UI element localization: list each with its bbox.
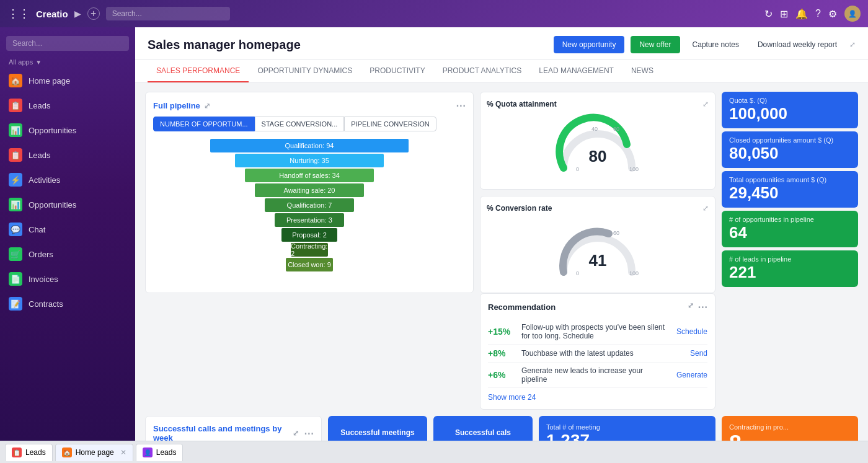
rec-action-0[interactable]: Schedule xyxy=(676,327,707,336)
download-report-button[interactable]: Download weekly report xyxy=(751,36,843,53)
funnel-tab-number[interactable]: NUMBER OF OPPORTUM... xyxy=(153,117,255,131)
apps-icon[interactable]: ⊞ xyxy=(780,8,788,20)
sidebar-item-activities[interactable]: ⚡ Activities xyxy=(0,167,135,192)
sidebar-item-invoices[interactable]: 📄 Invoices xyxy=(0,267,135,291)
funnel-bar-1: Nurturing: 35 xyxy=(235,154,384,167)
refresh-icon[interactable]: ↻ xyxy=(764,8,773,20)
recommendation-panel: Recommendation ⤢ ⋯ +15% Follow-up with p… xyxy=(480,293,715,410)
bottom-tab-leads2-label: Leads xyxy=(156,448,177,457)
bottom-tab-bar: 📋 Leads 🏠 Home page ✕ 👤 Leads xyxy=(0,441,868,463)
funnel-chart: Qualification: 94Nurturing: 35Handoff of… xyxy=(153,136,466,274)
quota-value: 80 xyxy=(589,147,607,165)
tab-news[interactable]: NEWS xyxy=(622,60,662,82)
quota-gauge: 0 40 60 100 80 xyxy=(551,112,644,174)
help-icon[interactable]: ? xyxy=(815,8,821,19)
funnel-expand-icon[interactable]: ⤢ xyxy=(204,102,210,110)
bottom-tab-leads[interactable]: 📋 Leads xyxy=(5,444,53,461)
funnel-tab-stage[interactable]: STAGE CONVERSION... xyxy=(255,117,345,131)
rec-text-2: Generate new leads to increase your pipe… xyxy=(521,366,670,384)
stat-total-opps: Total opportunities amount $ (Q) 29,450 xyxy=(722,171,858,208)
bottom-leads2-icon: 👤 xyxy=(143,448,153,457)
contracting-value: 8 xyxy=(729,431,851,441)
chart-expand-icon[interactable]: ⤢ xyxy=(293,429,299,438)
settings-icon[interactable]: ⚙ xyxy=(828,8,837,20)
forward-icon[interactable]: ▶ xyxy=(74,9,81,19)
conversion-title: % Conversion rate xyxy=(487,204,552,213)
funnel-menu-icon[interactable]: ⋯ xyxy=(456,100,466,112)
tab-sales-performance[interactable]: SALES PERFORMANCE xyxy=(148,60,249,82)
new-offer-button[interactable]: New offer xyxy=(631,36,680,53)
tab-productivity[interactable]: PRODUCTIVITY xyxy=(361,60,433,82)
calls-title: Successful cals xyxy=(455,428,511,437)
quota-title: % Quota attainment xyxy=(487,100,557,108)
funnel-tabs: NUMBER OF OPPORTUM... STAGE CONVERSION..… xyxy=(153,117,466,131)
bottom-home-icon: 🏠 xyxy=(62,448,72,457)
opps2-icon: 📊 xyxy=(9,198,22,211)
stat-leads-pipeline: # of leads in pipeline 221 xyxy=(722,250,858,287)
total-meetings-value: 1 237 xyxy=(546,431,708,441)
bottom-tab-homepage[interactable]: 🏠 Home page ✕ xyxy=(55,444,133,461)
capture-notes-button[interactable]: Capture notes xyxy=(686,36,745,53)
tabs-bar: SALES PERFORMANCE OPPORTUNITY DYNAMICS P… xyxy=(135,60,868,83)
sidebar-item-homepage[interactable]: 🏠 Home page xyxy=(0,68,135,93)
opps1-icon: 📊 xyxy=(9,123,22,137)
svg-text:0: 0 xyxy=(576,166,579,172)
funnel-bar-8: Closed won: 9 xyxy=(286,258,334,271)
bottom-tab-homepage-label: Home page xyxy=(76,448,114,457)
bottom-tab-leads2[interactable]: 👤 Leads xyxy=(136,444,184,461)
funnel-bar-2: Handoff of sales: 34 xyxy=(245,169,374,182)
rec-action-2[interactable]: Generate xyxy=(676,371,707,379)
invoices-icon: 📄 xyxy=(9,272,22,286)
funnel-bar-6: Proposal: 2 xyxy=(281,228,337,242)
close-homepage-tab[interactable]: ✕ xyxy=(120,448,126,457)
rec-menu-icon[interactable]: ⋯ xyxy=(698,301,707,313)
bottom-leads-icon: 📋 xyxy=(12,448,22,457)
tab-lead-management[interactable]: LEAD MANAGEMENT xyxy=(530,60,622,82)
sidebar-item-opportunities2[interactable]: 📊 Opportunities xyxy=(0,192,135,217)
leads1-icon: 📋 xyxy=(9,99,22,112)
bell-icon[interactable]: 🔔 xyxy=(795,8,808,20)
sidebar-item-opportunities1[interactable]: 📊 Opportunities xyxy=(0,118,135,143)
leads2-icon: 📋 xyxy=(9,148,22,162)
chart-menu-icon[interactable]: ⋯ xyxy=(304,428,314,439)
funnel-panel: Full pipeline ⤢ ⋯ NUMBER OF OPPORTUM... … xyxy=(145,92,474,293)
stat-quota-value: 100,000 xyxy=(729,104,851,123)
new-opportunity-button[interactable]: New opportunity xyxy=(554,36,625,53)
sidebar-item-label: Home page xyxy=(29,76,70,86)
svg-text:100: 100 xyxy=(629,166,639,172)
funnel-tab-pipeline[interactable]: PIPELINE CONVERSION xyxy=(344,117,436,131)
sidebar: All apps ▼ 🏠 Home page 📋 Leads 📊 Opportu… xyxy=(0,27,135,441)
sidebar-item-contracts[interactable]: 📝 Contracts xyxy=(0,291,135,316)
sidebar-section-label: All apps ▼ xyxy=(0,56,135,68)
right-stats: Quota $. (Q) 100,000 Closed opportunitie… xyxy=(722,92,858,287)
page-header: Sales manager homepage New opportunity N… xyxy=(135,27,868,60)
sidebar-item-chat[interactable]: 💬 Chat xyxy=(0,217,135,242)
funnel-bar-0: Qualification: 94 xyxy=(210,139,409,152)
top-search-input[interactable] xyxy=(106,7,230,20)
expand-icon[interactable]: ⤢ xyxy=(849,40,856,49)
rec-expand-icon[interactable]: ⤢ xyxy=(688,301,694,313)
sidebar-item-label: Orders xyxy=(29,250,53,259)
sidebar-item-label: Activities xyxy=(29,175,60,185)
sidebar-item-orders[interactable]: 🛒 Orders xyxy=(0,242,135,267)
stat-quota-label: Quota $. (Q) xyxy=(729,97,851,104)
conversion-expand-icon[interactable]: ⤢ xyxy=(702,204,709,213)
successful-meetings-panel: Successful meetings 89% xyxy=(328,416,427,441)
top-bar: ⋮⋮ Creatio ▶ + ↻ ⊞ 🔔 ? ⚙ 👤 xyxy=(0,0,868,27)
svg-text:100: 100 xyxy=(629,270,639,276)
sidebar-item-leads1[interactable]: 📋 Leads xyxy=(0,93,135,118)
sidebar-item-leads2[interactable]: 📋 Leads xyxy=(0,143,135,167)
stat-opps-pipeline: # of opportunities in pipeline 64 xyxy=(722,211,858,247)
rec-action-1[interactable]: Send xyxy=(690,349,707,358)
tab-product-analytics[interactable]: PRODUCT ANALYTICS xyxy=(434,60,531,82)
sidebar-search-input[interactable] xyxy=(6,36,129,51)
quota-expand-icon[interactable]: ⤢ xyxy=(702,100,709,108)
rec-row-0: +15% Follow-up with prospects you've bee… xyxy=(488,319,707,345)
grid-icon[interactable]: ⋮⋮ xyxy=(7,7,30,20)
tab-opportunity-dynamics[interactable]: OPPORTUNITY DYNAMICS xyxy=(249,60,361,82)
add-icon[interactable]: + xyxy=(87,7,100,20)
show-more-button[interactable]: Show more 24 xyxy=(488,393,707,402)
avatar[interactable]: 👤 xyxy=(844,6,861,22)
content-area: Sales manager homepage New opportunity N… xyxy=(135,27,868,441)
rec-text-0: Follow-up with prospects you've been sil… xyxy=(521,323,670,340)
